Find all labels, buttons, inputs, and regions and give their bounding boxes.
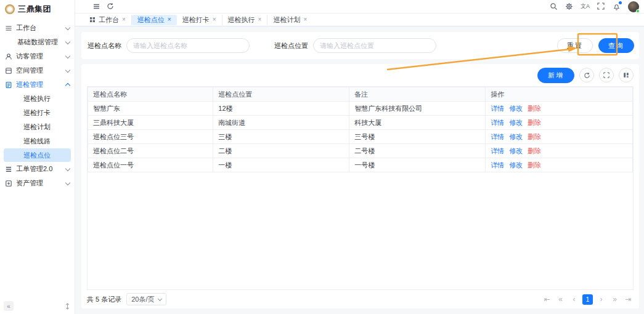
- tab-3[interactable]: 巡检执行×: [222, 15, 268, 25]
- page-size-select[interactable]: 20条/页: [126, 293, 166, 305]
- sidebar-item-10[interactable]: 工单管理2.0: [0, 162, 75, 176]
- toolbar-refresh-icon[interactable]: [579, 68, 594, 83]
- table-row-4: 巡检点位一号一楼一号楼详情修改删除: [88, 158, 633, 172]
- actions-cell: 详情修改删除: [486, 130, 633, 144]
- table-cell: 巡检点位三号: [88, 130, 213, 144]
- tab-label: 工作台: [99, 15, 119, 25]
- sidebar-item-2[interactable]: 访客管理: [0, 49, 75, 63]
- delete-link[interactable]: 删除: [528, 105, 541, 112]
- edit-link[interactable]: 修改: [509, 105, 523, 112]
- toolbar-column-settings-icon[interactable]: [619, 68, 634, 83]
- chevron-down-icon: [65, 53, 70, 58]
- point-name-label: 巡检点名称: [88, 41, 121, 50]
- sidebar-item-label: 空间管理: [16, 66, 43, 75]
- sidebar-item-6[interactable]: 巡检打卡: [0, 106, 75, 120]
- refresh-icon[interactable]: [107, 2, 115, 10]
- delete-link[interactable]: 删除: [528, 133, 541, 140]
- first-page-button[interactable]: ⇤: [542, 294, 552, 305]
- tab-2[interactable]: 巡检打卡×: [177, 15, 222, 25]
- edit-link[interactable]: 修改: [509, 147, 523, 155]
- point-name-input[interactable]: [126, 38, 250, 53]
- sidebar-item-3[interactable]: 空间管理: [0, 63, 75, 78]
- sidebar-item-8[interactable]: 巡检线路: [0, 134, 75, 148]
- grid-icon: [89, 17, 96, 23]
- tab-close-icon[interactable]: ×: [122, 17, 126, 23]
- table-cell: 二号楼: [349, 144, 486, 158]
- tab-bar: 工作台×巡检点位×巡检打卡×巡检执行×巡检计划×: [75, 14, 644, 26]
- table-cell: 三号楼: [349, 130, 486, 144]
- sidebar-item-11[interactable]: 资产管理: [0, 176, 75, 190]
- next-page-button[interactable]: ›: [596, 294, 606, 305]
- toolbar-fullscreen-icon[interactable]: [599, 68, 614, 83]
- tab-0[interactable]: 工作台×: [84, 15, 132, 25]
- workbench-icon: [5, 25, 12, 32]
- page-1-button[interactable]: 1: [582, 294, 593, 305]
- delete-link[interactable]: 删除: [528, 147, 541, 155]
- reset-button[interactable]: 重置: [557, 38, 593, 53]
- column-header: 操作: [486, 87, 633, 102]
- tab-close-icon[interactable]: ×: [168, 17, 171, 23]
- detail-link[interactable]: 详情: [491, 133, 504, 140]
- edit-link[interactable]: 修改: [509, 133, 523, 140]
- actions-cell: 详情修改删除: [486, 116, 633, 130]
- top-header: 文A: [75, 0, 644, 14]
- collapse-sidebar-button[interactable]: «: [4, 301, 14, 311]
- gear-icon[interactable]: [565, 2, 573, 10]
- chevron-down-icon: [65, 180, 70, 185]
- detail-link[interactable]: 详情: [491, 105, 504, 112]
- tab-close-icon[interactable]: ×: [213, 17, 216, 23]
- patrol-icon: [5, 81, 12, 89]
- app-title: 三鼎集团: [18, 4, 51, 15]
- sidebar-menu: 工作台基础数据管理访客管理空间管理巡检管理巡检执行巡检打卡巡检计划巡检线路巡检点…: [0, 21, 75, 190]
- next-5-pages-button[interactable]: »: [609, 294, 620, 305]
- tab-label: 巡检打卡: [182, 15, 210, 25]
- tab-4[interactable]: 巡检计划×: [267, 15, 312, 25]
- edit-link[interactable]: 修改: [509, 161, 523, 169]
- table-cell: 科技大厦: [349, 116, 486, 130]
- sidebar-item-0[interactable]: 工作台: [0, 21, 75, 35]
- add-button[interactable]: 新增: [537, 68, 574, 83]
- sidebar-item-label: 巡检点位: [23, 151, 51, 160]
- edit-link[interactable]: 修改: [509, 119, 523, 126]
- visitor-icon: [5, 53, 12, 60]
- sidebar-item-label: 巡检打卡: [23, 108, 51, 118]
- prev-5-pages-button[interactable]: «: [555, 294, 566, 305]
- user-avatar[interactable]: [628, 1, 639, 12]
- translate-icon[interactable]: 文A: [581, 2, 590, 10]
- tab-close-icon[interactable]: ×: [303, 17, 307, 23]
- sidebar-item-5[interactable]: 巡检执行: [0, 92, 75, 106]
- fullscreen-icon[interactable]: [597, 2, 605, 10]
- sidebar-pin-icon[interactable]: [64, 303, 71, 310]
- actions-cell: 详情修改删除: [486, 144, 633, 158]
- sidebar-item-1[interactable]: 基础数据管理: [0, 35, 75, 49]
- table-cell: 三楼: [213, 130, 349, 144]
- sidebar-footer: «: [4, 301, 71, 311]
- sidebar-item-4[interactable]: 巡检管理: [0, 78, 75, 92]
- sidebar-item-7[interactable]: 巡检计划: [0, 120, 75, 134]
- data-table-wrapper: 巡检点名称巡检点位置备注操作 智慧广东12楼智慧广东科技有限公司详情修改删除三鼎…: [87, 86, 634, 290]
- bell-icon[interactable]: [613, 2, 621, 10]
- hamburger-menu-icon[interactable]: [92, 2, 100, 10]
- detail-link[interactable]: 详情: [491, 147, 504, 155]
- delete-link[interactable]: 删除: [528, 161, 541, 169]
- detail-link[interactable]: 详情: [491, 161, 504, 169]
- table-cell: 二楼: [213, 144, 349, 158]
- space-icon: [5, 67, 12, 74]
- tab-1[interactable]: 巡检点位×: [132, 15, 177, 25]
- point-location-input[interactable]: [313, 38, 436, 53]
- search-button[interactable]: 查询: [598, 38, 634, 53]
- total-records-text: 共 5 条记录: [87, 295, 121, 304]
- delete-link[interactable]: 删除: [528, 119, 541, 126]
- online-status-dot: [636, 9, 640, 13]
- search-icon[interactable]: [550, 2, 558, 10]
- data-table: 巡检点名称巡检点位置备注操作 智慧广东12楼智慧广东科技有限公司详情修改删除三鼎…: [88, 87, 633, 172]
- table-header-row: 巡检点名称巡检点位置备注操作: [88, 87, 633, 102]
- table-row-0: 智慧广东12楼智慧广东科技有限公司详情修改删除: [88, 102, 633, 116]
- detail-link[interactable]: 详情: [491, 119, 504, 126]
- sidebar-item-9[interactable]: 巡检点位: [4, 148, 71, 162]
- table-cell: 南城街道: [213, 116, 349, 130]
- last-page-button[interactable]: ⇥: [623, 294, 634, 305]
- prev-page-button[interactable]: ‹: [569, 294, 579, 305]
- tab-close-icon[interactable]: ×: [258, 17, 262, 23]
- sidebar-item-label: 访客管理: [16, 52, 43, 61]
